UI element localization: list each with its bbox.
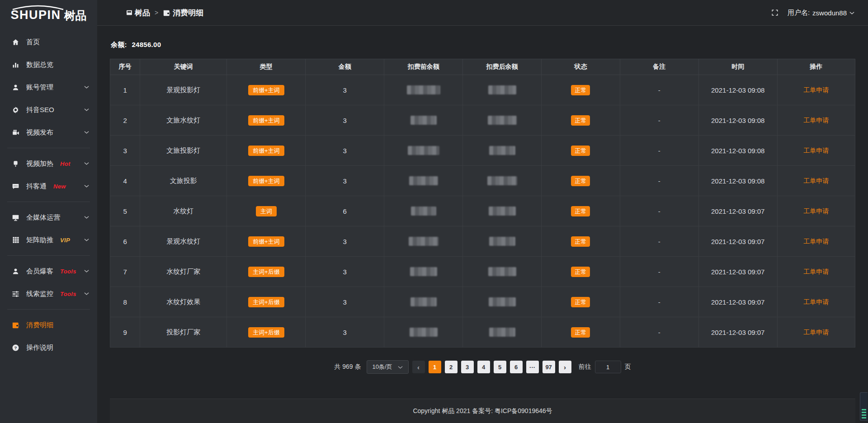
remark-value: -	[658, 177, 660, 185]
cell-remark: -	[620, 166, 698, 196]
table-row: 4文旅投影前缀+主词3正常-2021-12-03 09:08工单申请	[110, 166, 855, 196]
sidebar-item-tag: VIP	[60, 237, 70, 244]
masked-balance	[488, 116, 517, 125]
sidebar-item-consume-detail[interactable]: 消费明细	[0, 314, 97, 336]
ticket-request-link[interactable]: 工单申请	[803, 329, 829, 336]
fullscreen-icon[interactable]	[771, 9, 778, 16]
page-number-button[interactable]: 5	[494, 361, 506, 373]
page-number-button[interactable]: 4	[477, 361, 490, 373]
main-area: 树品 > 消费明细 用户名: zswodun88 余额: 24856.00	[97, 0, 868, 423]
cell-pre_balance	[384, 136, 463, 166]
type-badge: 主词+后缀	[248, 267, 284, 277]
cell-action: 工单申请	[777, 196, 855, 226]
page-number-button[interactable]: 6	[510, 361, 523, 373]
page-number-button[interactable]: 1	[429, 361, 441, 373]
breadcrumb-separator: >	[155, 9, 158, 16]
topbar-right: 用户名: zswodun88	[771, 9, 854, 17]
status-badge: 正常	[571, 206, 590, 216]
table-row: 6景观水纹灯前缀+主词3正常-2021-12-03 09:07工单申请	[110, 226, 855, 257]
sidebar-item-video-publish[interactable]: 视频发布	[0, 121, 97, 144]
column-header-index: 序号	[110, 59, 140, 75]
ticket-request-link[interactable]: 工单申请	[803, 238, 829, 245]
status-badge: 正常	[571, 176, 590, 186]
breadcrumb-item-home[interactable]: 树品	[126, 8, 150, 18]
sidebar-item-media-operation[interactable]: 全媒体运营	[0, 206, 97, 229]
cell-remark: -	[620, 287, 698, 317]
cell-pre_balance	[384, 317, 463, 348]
remark-value: -	[658, 329, 660, 336]
goto-page-input[interactable]	[595, 361, 621, 373]
prev-page-button[interactable]: ‹	[412, 361, 425, 373]
remark-value: -	[658, 86, 660, 94]
logo-text-en: SHUPIN	[10, 8, 61, 22]
ticket-request-link[interactable]: 工单申请	[803, 117, 829, 124]
page-ellipsis-button[interactable]: ···	[526, 361, 539, 373]
sidebar-item-member-burst[interactable]: 会员爆客Tools	[0, 260, 97, 282]
page-number-button[interactable]: 3	[461, 361, 474, 373]
sidebar-item-video-heat[interactable]: 视频加热Hot	[0, 152, 97, 175]
cell-type: 主词+后缀	[227, 317, 306, 348]
breadcrumb: 树品 > 消费明细	[126, 8, 203, 18]
cell-status: 正常	[541, 105, 620, 136]
status-badge: 正常	[571, 297, 590, 307]
ticket-request-link[interactable]: 工单申请	[803, 268, 829, 275]
gear-icon	[11, 106, 20, 114]
masked-balance	[409, 176, 438, 185]
cell-index: 6	[110, 226, 140, 257]
chevron-down-icon	[84, 108, 89, 112]
page-number-button[interactable]: 2	[445, 361, 458, 373]
next-page-button[interactable]: ›	[559, 361, 571, 373]
status-badge: 正常	[571, 236, 590, 247]
page-size-select[interactable]: 10条/页	[367, 360, 409, 374]
sidebar-item-label: 视频加热	[26, 160, 53, 168]
logo-text-cn: 树品	[64, 9, 87, 21]
type-badge: 主词+后缀	[248, 297, 284, 307]
ticket-request-link[interactable]: 工单申请	[803, 177, 829, 184]
masked-balance	[487, 176, 517, 185]
cell-action: 工单申请	[777, 75, 855, 105]
sidebar-item-data-overview[interactable]: 数据总览	[0, 53, 97, 76]
question-icon: ?	[11, 344, 20, 352]
table-row: 9投影灯厂家主词+后缀3正常-2021-12-03 09:07工单申请	[110, 317, 855, 348]
breadcrumb-label: 消费明细	[173, 8, 203, 18]
ticket-request-link[interactable]: 工单申请	[803, 86, 829, 94]
page-number-button[interactable]: 97	[542, 361, 555, 373]
sidebar-item-label: 首页	[26, 38, 40, 47]
sidebar-item-operation-guide[interactable]: ?操作说明	[0, 336, 97, 359]
ticket-request-link[interactable]: 工单申请	[803, 147, 829, 154]
cell-status: 正常	[541, 166, 620, 196]
ticket-request-link[interactable]: 工单申请	[803, 207, 829, 215]
sidebar-item-douyin-seo[interactable]: 抖音SEO	[0, 99, 97, 121]
sidebar-item-douketong[interactable]: 抖客通New	[0, 175, 97, 197]
sidebar-item-matrix-boost[interactable]: 矩阵助推VIP	[0, 229, 97, 251]
ticket-request-link[interactable]: 工单申请	[803, 298, 829, 306]
cell-pre_balance	[384, 226, 463, 257]
sidebar-item-account-manage[interactable]: 账号管理	[0, 76, 97, 99]
cell-amount: 3	[306, 287, 384, 317]
cell-time: 2021-12-03 09:08	[698, 136, 777, 166]
type-badge: 前缀+主词	[248, 115, 284, 126]
total-count: 共 969 条	[334, 363, 361, 371]
breadcrumb-item-current[interactable]: 消费明细	[163, 8, 203, 18]
footer: Copyright 树品 2021 备案号: 粤ICP备09019646号	[110, 399, 855, 423]
table-row: 8水纹灯效果主词+后缀3正常-2021-12-03 09:07工单申请	[110, 287, 855, 317]
type-badge: 前缀+主词	[248, 236, 284, 247]
chevron-down-icon	[84, 184, 89, 188]
wallet-icon	[11, 322, 20, 329]
table-row: 7水纹灯厂家主词+后缀3正常-2021-12-03 09:07工单申请	[110, 257, 855, 287]
masked-balance	[409, 237, 439, 246]
cell-keyword: 水纹灯效果	[140, 287, 227, 317]
floating-widget[interactable]	[860, 392, 868, 421]
wallet-icon	[163, 9, 170, 16]
balance-line: 余额: 24856.00	[111, 41, 854, 49]
cell-amount: 3	[306, 226, 384, 257]
consume-table: 序号关键词类型金额扣费前余额扣费后余额状态备注时间操作 1景观投影灯前缀+主词3…	[110, 59, 855, 348]
cell-type: 前缀+主词	[227, 105, 306, 136]
status-badge: 正常	[571, 146, 590, 156]
user-menu[interactable]: 用户名: zswodun88	[788, 9, 854, 17]
column-header-post_balance: 扣费后余额	[463, 59, 542, 75]
cell-keyword: 投影灯厂家	[140, 317, 227, 348]
masked-balance	[489, 237, 515, 246]
sidebar-item-home[interactable]: 首页	[0, 31, 97, 53]
sidebar-item-clue-monitor[interactable]: 线索监控Tools	[0, 282, 97, 305]
